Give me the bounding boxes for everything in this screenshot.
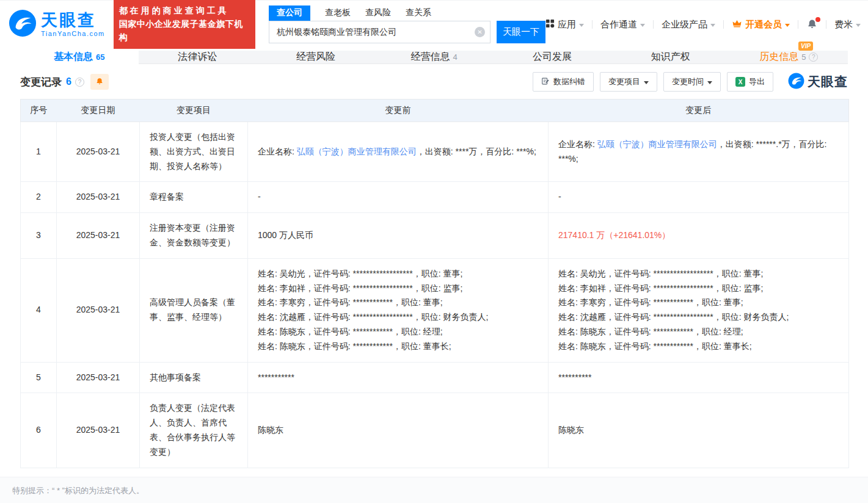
filter-change-item-button[interactable]: 变更项目 xyxy=(600,72,657,92)
nav-partner[interactable]: 合作通道 xyxy=(600,19,645,31)
nav-vip-upgrade[interactable]: 开通会员 xyxy=(732,18,790,31)
header: 天眼查 TianYanCha.com 都在用的商业查询工具 国家中小企业发展子基… xyxy=(0,1,868,48)
cell-change-item: 注册资本变更（注册资金、资金数额等变更） xyxy=(140,213,248,259)
cell-seq: 5 xyxy=(21,362,57,393)
crown-icon xyxy=(732,18,742,31)
tianyancha-logo[interactable]: 天眼查 TianYanCha.com xyxy=(9,9,105,40)
cell-date: 2025-03-21 xyxy=(57,258,140,362)
footer-note-area: 特别提示：“ * ”标识的为法定代表人。 xyxy=(0,477,868,503)
top-nav: 应用 合作通道 企业级产品 开通会员 费米 xyxy=(545,18,861,31)
cell-text: 陈晓东 xyxy=(558,425,584,435)
table-body: 12025-03-21投资人变更（包括出资额、出资方式、出资日期、投资人名称等）… xyxy=(21,122,849,468)
clear-input-icon[interactable]: ✕ xyxy=(475,27,485,37)
search-tab-2[interactable]: 查风险 xyxy=(365,5,391,21)
slogan-line-1: 都在用的商业查询工具 xyxy=(119,4,250,18)
column-header: 变更后 xyxy=(549,100,849,122)
cell-seq: 3 xyxy=(21,213,57,259)
grid-icon xyxy=(545,19,555,30)
cell-text: 姓名: 李寒穷，证件号码: ************，职位: 董事; xyxy=(558,297,743,307)
page-tab-4[interactable]: 公司发展 xyxy=(493,51,611,63)
logo-title: 天眼查 xyxy=(41,12,105,29)
chevron-down-icon xyxy=(707,81,712,84)
cell-before: 1000 万人民币 xyxy=(248,213,549,259)
export-button[interactable]: X 导出 xyxy=(727,72,773,92)
chevron-down-icon xyxy=(710,24,715,27)
notification-bell-icon[interactable] xyxy=(806,19,818,31)
column-header: 变更项目 xyxy=(140,100,248,122)
cell-text: 企业名称: xyxy=(558,139,597,149)
watermark-text: 天眼查 xyxy=(808,73,848,90)
search-button[interactable]: 天眼一下 xyxy=(497,21,545,43)
cell-text: 1000 万人民币 xyxy=(258,230,313,240)
nav-apps[interactable]: 应用 xyxy=(545,19,584,31)
table-row: 32025-03-21注册资本变更（注册资金、资金数额等变更）1000 万人民币… xyxy=(21,213,849,259)
column-header: 变更日期 xyxy=(57,100,140,122)
column-header: 序号 xyxy=(21,100,57,122)
nav-enterprise[interactable]: 企业级产品 xyxy=(662,19,715,31)
table-row: 12025-03-21投资人变更（包括出资额、出资方式、出资日期、投资人名称等）… xyxy=(21,122,849,182)
help-icon[interactable]: ? xyxy=(75,78,84,87)
cell-seq: 1 xyxy=(21,122,57,182)
cell-date: 2025-03-21 xyxy=(57,122,140,182)
help-icon[interactable]: ? xyxy=(809,52,818,62)
page-tab-6[interactable]: 历史信息VIP5? xyxy=(729,51,848,63)
cell-text: 姓名: 李如祥，证件号码: ******************，职位: 监事; xyxy=(258,283,462,293)
cell-date: 2025-03-21 xyxy=(57,362,140,393)
page-tab-5[interactable]: 知识产权 xyxy=(611,51,730,63)
cell-before: 姓名: 吴幼光，证件号码: ******************，职位: 董事;… xyxy=(248,258,549,362)
company-link[interactable]: 弘颐（宁波）商业管理有限公司 xyxy=(597,139,717,149)
page-tab-3[interactable]: 经营信息4 xyxy=(375,51,494,63)
section-header: 变更记录 6 ? 数据纠错 变更项目 变更时间 X 导出 天眼查 xyxy=(0,64,868,99)
nav-user[interactable]: 费米 xyxy=(834,19,861,31)
tianyancha-swirl-icon xyxy=(788,73,804,92)
filter-change-time-button[interactable]: 变更时间 xyxy=(663,72,721,92)
vip-badge: VIP xyxy=(798,42,813,51)
search-tabs: 查公司查老板查风险查关系 xyxy=(269,5,545,21)
section-count: 6 xyxy=(66,76,71,87)
cell-after: 217410.1 万（+21641.01%） xyxy=(549,213,849,259)
cell-seq: 6 xyxy=(21,393,57,468)
chevron-down-icon xyxy=(644,81,649,84)
page-tab-2[interactable]: 经营风险 xyxy=(257,51,375,63)
table-header-row: 序号变更日期变更项目变更前变更后 xyxy=(21,100,849,122)
page-tab-1[interactable]: 法律诉讼 xyxy=(139,51,257,63)
column-header: 变更前 xyxy=(248,100,549,122)
cell-after: 姓名: 吴幼光，证件号码: ******************，职位: 董事;… xyxy=(549,258,849,362)
search-input[interactable] xyxy=(269,21,491,43)
cell-seq: 2 xyxy=(21,182,57,213)
cell-text: 姓名: 陈晓东，证件号码: ************，职位: 经理; xyxy=(558,327,743,336)
cell-text: 姓名: 沈越雁，证件号码: ******************，职位: 财务负… xyxy=(258,312,488,322)
table-row: 52025-03-21其他事项备案********************* xyxy=(21,362,849,393)
cell-change-item: 负责人变更（法定代表人、负责人、首席代表、合伙事务执行人等变更） xyxy=(140,393,248,468)
logo-subtitle: TianYanCha.com xyxy=(41,31,105,37)
notification-dot xyxy=(815,17,820,22)
cell-change-item: 其他事项备案 xyxy=(140,362,248,393)
cell-text: 姓名: 陈晓东，证件号码: ************，职位: 董事长; xyxy=(558,341,752,351)
data-correction-button[interactable]: 数据纠错 xyxy=(533,72,594,92)
table-row: 62025-03-21负责人变更（法定代表人、负责人、首席代表、合伙事务执行人等… xyxy=(21,393,849,468)
subscribe-bell-button[interactable] xyxy=(90,74,109,90)
page-tab-0[interactable]: 基本信息65 xyxy=(20,51,139,64)
cell-change-item: 投资人变更（包括出资额、出资方式、出资日期、投资人名称等） xyxy=(140,122,248,182)
cell-text: 姓名: 陈晓东，证件号码: ************，职位: 经理; xyxy=(258,327,443,336)
divider xyxy=(723,20,724,29)
cell-after: 陈晓东 xyxy=(549,393,849,468)
tab-count: 5 xyxy=(801,52,806,62)
cell-text: 陈晓东 xyxy=(258,425,283,435)
cell-text: ********** xyxy=(558,372,591,382)
search-tab-3[interactable]: 查关系 xyxy=(406,5,431,21)
tab-count: 65 xyxy=(96,52,104,62)
search-tab-1[interactable]: 查老板 xyxy=(325,5,351,21)
search-tab-0[interactable]: 查公司 xyxy=(269,5,310,21)
username: 费米 xyxy=(834,19,853,31)
divider xyxy=(798,20,798,29)
cell-before: 陈晓东 xyxy=(248,393,549,468)
cell-before: - xyxy=(248,182,549,213)
cell-date: 2025-03-21 xyxy=(57,213,140,259)
cell-text: 姓名: 李寒穷，证件号码: ************，职位: 董事; xyxy=(258,297,443,307)
excel-icon: X xyxy=(735,77,745,87)
cell-text: 姓名: 陈晓东，证件号码: ************，职位: 董事长; xyxy=(258,341,451,351)
company-link[interactable]: 弘颐（宁波）商业管理有限公司 xyxy=(297,147,417,156)
page: 天眼查 TianYanCha.com 都在用的商业查询工具 国家中小企业发展子基… xyxy=(0,0,868,503)
divider xyxy=(592,20,593,29)
